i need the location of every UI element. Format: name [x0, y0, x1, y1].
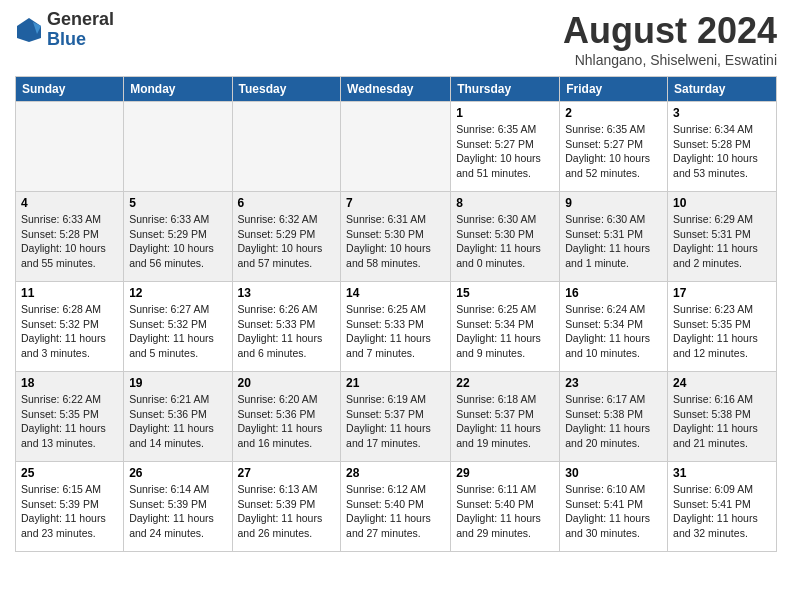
day-info: Sunrise: 6:17 AMSunset: 5:38 PMDaylight:… [565, 392, 662, 451]
day-number: 6 [238, 196, 336, 210]
month-year: August 2024 [563, 10, 777, 52]
day-number: 14 [346, 286, 445, 300]
day-info: Sunrise: 6:15 AMSunset: 5:39 PMDaylight:… [21, 482, 118, 541]
day-info: Sunrise: 6:34 AMSunset: 5:28 PMDaylight:… [673, 122, 771, 181]
calendar-cell: 5Sunrise: 6:33 AMSunset: 5:29 PMDaylight… [124, 192, 232, 282]
day-info: Sunrise: 6:31 AMSunset: 5:30 PMDaylight:… [346, 212, 445, 271]
day-number: 15 [456, 286, 554, 300]
calendar-cell: 8Sunrise: 6:30 AMSunset: 5:30 PMDaylight… [451, 192, 560, 282]
calendar-cell [232, 102, 341, 192]
day-info: Sunrise: 6:26 AMSunset: 5:33 PMDaylight:… [238, 302, 336, 361]
calendar-cell: 29Sunrise: 6:11 AMSunset: 5:40 PMDayligh… [451, 462, 560, 552]
calendar-cell: 19Sunrise: 6:21 AMSunset: 5:36 PMDayligh… [124, 372, 232, 462]
calendar-cell: 1Sunrise: 6:35 AMSunset: 5:27 PMDaylight… [451, 102, 560, 192]
day-number: 4 [21, 196, 118, 210]
day-header-saturday: Saturday [668, 77, 777, 102]
day-info: Sunrise: 6:32 AMSunset: 5:29 PMDaylight:… [238, 212, 336, 271]
day-info: Sunrise: 6:19 AMSunset: 5:37 PMDaylight:… [346, 392, 445, 451]
day-number: 16 [565, 286, 662, 300]
calendar-cell: 27Sunrise: 6:13 AMSunset: 5:39 PMDayligh… [232, 462, 341, 552]
calendar-body: 1Sunrise: 6:35 AMSunset: 5:27 PMDaylight… [16, 102, 777, 552]
day-number: 9 [565, 196, 662, 210]
day-number: 13 [238, 286, 336, 300]
calendar-header: SundayMondayTuesdayWednesdayThursdayFrid… [16, 77, 777, 102]
week-row-1: 1Sunrise: 6:35 AMSunset: 5:27 PMDaylight… [16, 102, 777, 192]
day-header-wednesday: Wednesday [341, 77, 451, 102]
calendar-cell: 4Sunrise: 6:33 AMSunset: 5:28 PMDaylight… [16, 192, 124, 282]
day-header-friday: Friday [560, 77, 668, 102]
calendar-cell: 10Sunrise: 6:29 AMSunset: 5:31 PMDayligh… [668, 192, 777, 282]
week-row-4: 18Sunrise: 6:22 AMSunset: 5:35 PMDayligh… [16, 372, 777, 462]
day-number: 30 [565, 466, 662, 480]
week-row-5: 25Sunrise: 6:15 AMSunset: 5:39 PMDayligh… [16, 462, 777, 552]
calendar: SundayMondayTuesdayWednesdayThursdayFrid… [15, 76, 777, 552]
day-info: Sunrise: 6:24 AMSunset: 5:34 PMDaylight:… [565, 302, 662, 361]
day-header-thursday: Thursday [451, 77, 560, 102]
calendar-cell: 26Sunrise: 6:14 AMSunset: 5:39 PMDayligh… [124, 462, 232, 552]
day-number: 27 [238, 466, 336, 480]
day-info: Sunrise: 6:09 AMSunset: 5:41 PMDaylight:… [673, 482, 771, 541]
calendar-cell: 18Sunrise: 6:22 AMSunset: 5:35 PMDayligh… [16, 372, 124, 462]
calendar-cell [124, 102, 232, 192]
day-info: Sunrise: 6:16 AMSunset: 5:38 PMDaylight:… [673, 392, 771, 451]
day-info: Sunrise: 6:29 AMSunset: 5:31 PMDaylight:… [673, 212, 771, 271]
day-number: 29 [456, 466, 554, 480]
day-number: 23 [565, 376, 662, 390]
calendar-cell [341, 102, 451, 192]
day-number: 1 [456, 106, 554, 120]
day-number: 22 [456, 376, 554, 390]
calendar-cell: 2Sunrise: 6:35 AMSunset: 5:27 PMDaylight… [560, 102, 668, 192]
calendar-cell: 14Sunrise: 6:25 AMSunset: 5:33 PMDayligh… [341, 282, 451, 372]
day-info: Sunrise: 6:18 AMSunset: 5:37 PMDaylight:… [456, 392, 554, 451]
day-number: 7 [346, 196, 445, 210]
day-info: Sunrise: 6:27 AMSunset: 5:32 PMDaylight:… [129, 302, 226, 361]
logo-blue: Blue [47, 30, 114, 50]
day-info: Sunrise: 6:33 AMSunset: 5:28 PMDaylight:… [21, 212, 118, 271]
calendar-cell: 3Sunrise: 6:34 AMSunset: 5:28 PMDaylight… [668, 102, 777, 192]
day-header-sunday: Sunday [16, 77, 124, 102]
calendar-cell: 16Sunrise: 6:24 AMSunset: 5:34 PMDayligh… [560, 282, 668, 372]
day-number: 11 [21, 286, 118, 300]
calendar-cell: 30Sunrise: 6:10 AMSunset: 5:41 PMDayligh… [560, 462, 668, 552]
day-info: Sunrise: 6:14 AMSunset: 5:39 PMDaylight:… [129, 482, 226, 541]
location: Nhlangano, Shiselweni, Eswatini [563, 52, 777, 68]
day-info: Sunrise: 6:20 AMSunset: 5:36 PMDaylight:… [238, 392, 336, 451]
calendar-cell: 24Sunrise: 6:16 AMSunset: 5:38 PMDayligh… [668, 372, 777, 462]
page-header: General Blue August 2024 Nhlangano, Shis… [15, 10, 777, 68]
day-info: Sunrise: 6:35 AMSunset: 5:27 PMDaylight:… [456, 122, 554, 181]
day-info: Sunrise: 6:11 AMSunset: 5:40 PMDaylight:… [456, 482, 554, 541]
day-number: 5 [129, 196, 226, 210]
day-number: 25 [21, 466, 118, 480]
logo-text: General Blue [47, 10, 114, 50]
calendar-cell: 11Sunrise: 6:28 AMSunset: 5:32 PMDayligh… [16, 282, 124, 372]
day-number: 17 [673, 286, 771, 300]
week-row-3: 11Sunrise: 6:28 AMSunset: 5:32 PMDayligh… [16, 282, 777, 372]
day-number: 10 [673, 196, 771, 210]
calendar-cell: 28Sunrise: 6:12 AMSunset: 5:40 PMDayligh… [341, 462, 451, 552]
day-header-monday: Monday [124, 77, 232, 102]
day-number: 18 [21, 376, 118, 390]
day-header-tuesday: Tuesday [232, 77, 341, 102]
day-info: Sunrise: 6:25 AMSunset: 5:34 PMDaylight:… [456, 302, 554, 361]
week-row-2: 4Sunrise: 6:33 AMSunset: 5:28 PMDaylight… [16, 192, 777, 282]
calendar-cell: 31Sunrise: 6:09 AMSunset: 5:41 PMDayligh… [668, 462, 777, 552]
calendar-cell: 7Sunrise: 6:31 AMSunset: 5:30 PMDaylight… [341, 192, 451, 282]
day-number: 28 [346, 466, 445, 480]
day-number: 8 [456, 196, 554, 210]
day-number: 21 [346, 376, 445, 390]
day-number: 19 [129, 376, 226, 390]
calendar-cell: 12Sunrise: 6:27 AMSunset: 5:32 PMDayligh… [124, 282, 232, 372]
calendar-cell: 17Sunrise: 6:23 AMSunset: 5:35 PMDayligh… [668, 282, 777, 372]
logo-general: General [47, 10, 114, 30]
day-info: Sunrise: 6:10 AMSunset: 5:41 PMDaylight:… [565, 482, 662, 541]
day-info: Sunrise: 6:12 AMSunset: 5:40 PMDaylight:… [346, 482, 445, 541]
calendar-cell: 25Sunrise: 6:15 AMSunset: 5:39 PMDayligh… [16, 462, 124, 552]
day-number: 3 [673, 106, 771, 120]
day-info: Sunrise: 6:33 AMSunset: 5:29 PMDaylight:… [129, 212, 226, 271]
day-info: Sunrise: 6:28 AMSunset: 5:32 PMDaylight:… [21, 302, 118, 361]
calendar-cell: 13Sunrise: 6:26 AMSunset: 5:33 PMDayligh… [232, 282, 341, 372]
calendar-cell: 21Sunrise: 6:19 AMSunset: 5:37 PMDayligh… [341, 372, 451, 462]
logo-icon [15, 16, 43, 44]
calendar-cell: 20Sunrise: 6:20 AMSunset: 5:36 PMDayligh… [232, 372, 341, 462]
title-section: August 2024 Nhlangano, Shiselweni, Eswat… [563, 10, 777, 68]
